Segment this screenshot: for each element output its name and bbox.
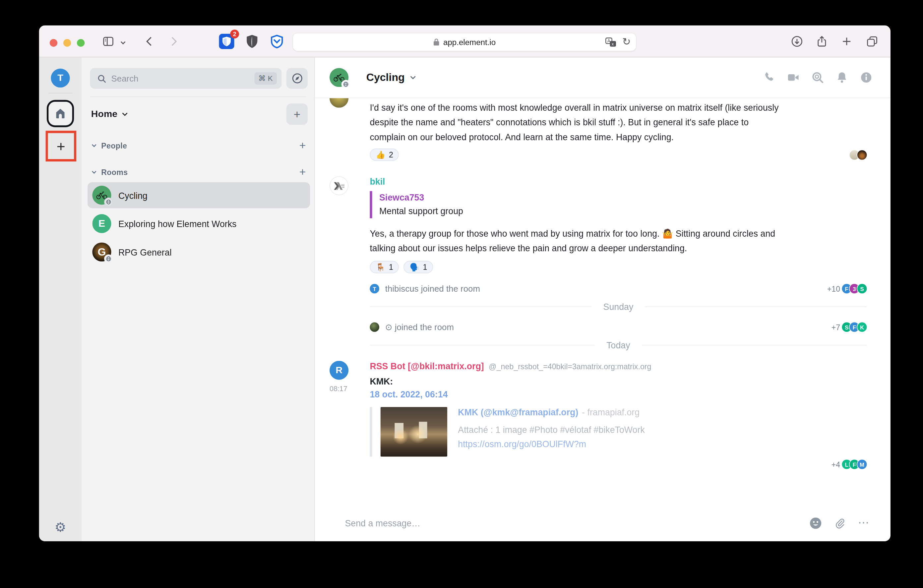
- add-room-button[interactable]: +: [299, 166, 306, 179]
- date-divider-label: Sunday: [603, 302, 634, 312]
- search-input[interactable]: [112, 74, 250, 83]
- globe-icon: [106, 199, 111, 205]
- close-window-button[interactable]: [50, 39, 57, 46]
- message-date-link[interactable]: 18 oct. 2022, 06:14: [370, 389, 867, 399]
- search-box[interactable]: ⌘ K: [90, 68, 281, 89]
- share-icon[interactable]: [815, 35, 828, 48]
- event-avatar[interactable]: T: [370, 284, 379, 294]
- read-receipts: +4 L F M: [370, 460, 867, 469]
- sender-avatar[interactable]: R: [330, 361, 348, 380]
- room-name: Exploring how Element Works: [118, 218, 237, 228]
- room-item-rpg-general[interactable]: G RPG General: [87, 239, 310, 265]
- home-space-button[interactable]: [48, 102, 72, 125]
- chevron-down-icon[interactable]: [122, 111, 129, 118]
- address-bar[interactable]: app.element.io Ax ↻: [293, 33, 636, 51]
- read-receipts: +7 S F K: [831, 322, 867, 332]
- compass-icon: [291, 73, 303, 84]
- date-divider: Today: [370, 340, 867, 350]
- downloads-icon[interactable]: [790, 35, 803, 48]
- sender-user-id: @_neb_rssbot_=40bkil=3amatrix.org:matrix…: [489, 362, 651, 371]
- quote-text: Mental support group: [379, 204, 867, 218]
- room-item-exploring[interactable]: E Exploring how Element Works: [87, 210, 310, 237]
- room-header: Cycling: [315, 57, 890, 98]
- create-space-button[interactable]: +: [49, 134, 72, 158]
- voice-call-icon[interactable]: [762, 71, 775, 84]
- sender-name[interactable]: bkil: [370, 176, 867, 186]
- rooms-section-header[interactable]: Rooms +: [91, 166, 306, 178]
- chevron-down-icon[interactable]: [119, 38, 126, 45]
- reaction-pill[interactable]: 🪑 1: [370, 261, 399, 273]
- chevron-down-icon[interactable]: [409, 74, 416, 81]
- minimize-window-button[interactable]: [63, 39, 71, 46]
- space-name-label[interactable]: Home: [91, 109, 117, 119]
- room-avatar: E: [92, 214, 111, 233]
- people-section-header[interactable]: People +: [91, 140, 306, 151]
- room-avatar: G: [92, 243, 111, 261]
- preview-title-link[interactable]: KMK (@kmk@framapiaf.org): [458, 407, 578, 417]
- reaction-emoji: 🪑: [376, 263, 385, 271]
- room-header-avatar[interactable]: [330, 68, 348, 87]
- message-text: I'd say it's one of the rooms with most …: [370, 100, 784, 145]
- annotation-highlight-box: +: [45, 131, 76, 161]
- membership-event: T thibiscus joined the room +10 F 3 S: [370, 284, 867, 294]
- video-call-icon[interactable]: [787, 71, 800, 84]
- translate-icon[interactable]: Ax: [605, 37, 616, 47]
- reaction-pill[interactable]: 🗣️ 1: [404, 261, 433, 273]
- add-button[interactable]: +: [286, 103, 308, 125]
- read-receipt-avatar[interactable]: S: [857, 284, 867, 294]
- room-info-icon[interactable]: [860, 71, 873, 84]
- quote-author: Siewca753: [379, 191, 867, 204]
- room-avatar: [92, 186, 111, 205]
- zoom-window-button[interactable]: [77, 39, 85, 46]
- more-receipts-count: +10: [827, 284, 840, 293]
- explore-rooms-button[interactable]: [286, 68, 308, 89]
- user-avatar[interactable]: T: [51, 69, 70, 87]
- add-people-button[interactable]: +: [299, 139, 306, 152]
- preview-thumbnail[interactable]: [381, 407, 448, 457]
- read-receipt-avatar[interactable]: [857, 150, 867, 159]
- url-preview-card[interactable]: KMK (@kmk@framapiaf.org)- framapiaf.org …: [370, 407, 867, 457]
- message-text: Yes, a therapy group for those who went …: [370, 226, 784, 256]
- attachment-icon[interactable]: [834, 517, 846, 529]
- extension-badge: 2: [230, 30, 239, 38]
- tab-overview-icon[interactable]: [866, 35, 879, 48]
- sender-avatar[interactable]: [330, 98, 348, 108]
- read-receipt-avatar[interactable]: K: [857, 322, 867, 332]
- event-avatar[interactable]: [370, 322, 379, 332]
- space-panel-divider: [48, 93, 72, 94]
- room-search-icon[interactable]: [811, 71, 824, 84]
- sender-avatar[interactable]: [330, 176, 348, 195]
- shield-extension-icon[interactable]: [246, 34, 259, 49]
- chat-panel: Cycling I'd say it's one of the rooms wi…: [315, 57, 890, 541]
- message-input[interactable]: Send a message…: [345, 518, 809, 528]
- globe-icon: [106, 256, 111, 261]
- home-icon: [54, 108, 66, 120]
- new-tab-icon[interactable]: [840, 35, 853, 48]
- sidebar-toggle-icon[interactable]: [102, 35, 115, 48]
- search-shortcut-badge: ⌘ K: [254, 72, 277, 85]
- lock-icon: [433, 38, 440, 46]
- read-receipts: [851, 150, 867, 159]
- room-item-cycling[interactable]: Cycling: [87, 182, 310, 209]
- emoji-picker-icon[interactable]: [809, 517, 821, 529]
- back-icon[interactable]: [143, 35, 156, 48]
- reaction-pill[interactable]: 👍 2: [370, 148, 399, 161]
- pocket-extension-icon[interactable]: [270, 34, 284, 49]
- search-icon: [97, 74, 107, 83]
- room-avatar-letter: E: [99, 218, 105, 230]
- quoted-message[interactable]: Siewca753 Mental support group: [370, 191, 867, 218]
- read-receipt-avatar[interactable]: M: [857, 460, 867, 469]
- notifications-bell-icon[interactable]: [836, 71, 848, 84]
- reaction-count: 2: [389, 150, 393, 159]
- settings-gear-icon[interactable]: ⚙: [39, 521, 82, 534]
- bitwarden-extension-icon[interactable]: 2: [219, 34, 234, 49]
- message-title: KMK:: [370, 376, 867, 386]
- url-text: app.element.io: [443, 38, 496, 46]
- globe-icon: [343, 82, 348, 87]
- chevron-down-icon: [91, 169, 97, 175]
- preview-description: Attaché : 1 image #Photo #vélotaf #bikeT…: [458, 425, 644, 435]
- forward-icon[interactable]: [167, 35, 180, 48]
- sender-name[interactable]: RSS Bot [@bkil:matrix.org]: [370, 361, 484, 371]
- room-title[interactable]: Cycling: [366, 71, 405, 84]
- preview-url-link[interactable]: https://osm.org/go/0BOUlFfW?m: [458, 439, 644, 449]
